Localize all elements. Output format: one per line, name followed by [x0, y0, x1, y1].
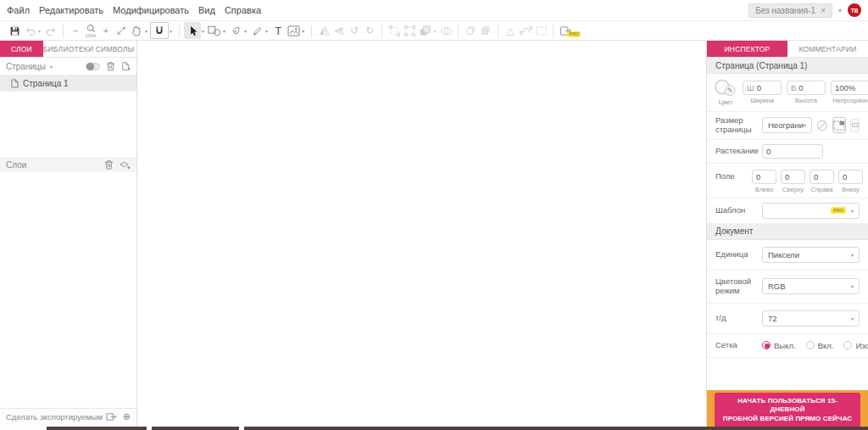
width-input[interactable]: Ш 0	[743, 81, 782, 95]
dpi-value: 72	[768, 314, 777, 323]
pages-caret-icon[interactable]: ▾	[50, 64, 53, 70]
no-page-button	[816, 117, 828, 133]
pen-tool-caret-icon[interactable]: ▾	[244, 28, 247, 34]
margin-bottom-input[interactable]: 0	[838, 170, 863, 184]
undo-history-caret-icon[interactable]: ▾	[38, 28, 41, 34]
delete-page-icon[interactable]	[106, 61, 115, 71]
hand-icon	[131, 25, 142, 36]
snapping-magnet-button[interactable]	[150, 22, 169, 39]
bottom-bar-segment	[244, 427, 868, 430]
margin-top-input[interactable]: 0	[781, 170, 805, 184]
chevron-down-icon[interactable]: ▾	[838, 7, 842, 14]
save-button[interactable]	[7, 22, 22, 39]
page-size-select[interactable]: Неограни ▾	[762, 117, 812, 133]
make-exportable-label: Сделать экспортируемым	[6, 412, 103, 422]
document-tab-label: Без названия-1	[755, 6, 815, 15]
margin-left-input[interactable]: 0	[752, 170, 776, 184]
tab-comments[interactable]: КОММЕНТАРИИ	[787, 41, 868, 57]
tab-symbols[interactable]: СИМВОЛЫ	[93, 41, 136, 57]
add-layer-icon[interactable]	[120, 159, 131, 170]
marquee-button	[533, 22, 548, 39]
clip-content-button[interactable]	[832, 117, 846, 133]
canvas[interactable]	[138, 41, 706, 430]
zoom-in-button[interactable]: +	[98, 22, 114, 39]
ungroup-icon	[404, 25, 415, 36]
brush-tool-caret-icon[interactable]: ▾	[265, 28, 268, 34]
hand-tool-caret-icon[interactable]: ▾	[145, 28, 147, 34]
dpi-select[interactable]: 72 ▾	[762, 310, 860, 327]
bottom-bar-segment	[47, 427, 147, 430]
brush-tool-button[interactable]	[249, 22, 264, 39]
margin-top-field: 0 Сверху	[781, 170, 805, 193]
grid-option-isometric-label: Изометр.	[855, 341, 868, 350]
pen-tool-button[interactable]	[228, 22, 243, 39]
color-mode-caret-icon: ▾	[851, 283, 854, 289]
margin-left-label: Влево	[755, 186, 774, 193]
page-size-caret-icon: ▾	[804, 122, 806, 128]
add-export-icon[interactable]: ⊕	[123, 412, 131, 422]
image-tool-button[interactable]	[286, 22, 301, 39]
menu-view[interactable]: Вид	[198, 5, 215, 15]
add-page-icon[interactable]	[121, 61, 131, 71]
width-field: Ш 0 Ширина	[743, 81, 782, 104]
arrange-button	[417, 22, 432, 39]
fit-screen-button[interactable]: ⤢	[114, 22, 129, 39]
color-mode-select[interactable]: RGB ▾	[762, 278, 860, 294]
height-input[interactable]: В 0	[787, 81, 826, 95]
layers-header: Слои	[0, 157, 136, 172]
pages-header-label[interactable]: Страницы	[6, 62, 46, 71]
close-tab-icon[interactable]: ×	[821, 6, 826, 15]
tab-inspector[interactable]: ИНСПЕКТОР	[707, 41, 787, 57]
grid-option-isometric[interactable]: Изометр.	[843, 341, 868, 350]
color-swatch[interactable]: ✎	[714, 79, 737, 97]
width-value: 0	[757, 83, 761, 92]
zoom-out-button[interactable]: −	[68, 22, 83, 39]
document-tab[interactable]: Без названия-1 ×	[748, 3, 832, 18]
rotate-ccw-button: ↺	[347, 22, 362, 39]
redo-button	[43, 22, 58, 39]
zoom-level-button[interactable]: 100%	[83, 22, 98, 39]
export-frame-icon[interactable]	[106, 412, 117, 422]
width-prefix: Ш	[747, 83, 754, 92]
tab-layers[interactable]: СЛОИ	[0, 41, 43, 57]
menu-edit[interactable]: Редактировать	[39, 5, 103, 15]
inspector-tabs: ИНСПЕКТОР КОММЕНТАРИИ	[707, 41, 868, 58]
pages-toggle[interactable]	[86, 63, 100, 70]
left-panel: СЛОИ БИБЛИОТЕКИ СИМВОЛЫ Страницы ▾ Стран…	[0, 41, 137, 430]
menu-help[interactable]: Справка	[225, 5, 261, 15]
toolbar-separator	[63, 25, 64, 37]
unit-select[interactable]: Пиксели ▾	[762, 247, 860, 263]
grid-option-off[interactable]: Выкл.	[762, 341, 796, 350]
color-mode-label: Цветовой режим	[715, 277, 758, 296]
delete-layer-icon[interactable]	[104, 159, 114, 170]
hand-tool-button[interactable]	[129, 22, 144, 39]
export-button[interactable]: PRO	[558, 22, 573, 39]
grid-option-on[interactable]: Вкл.	[806, 341, 834, 350]
snapping-caret-icon[interactable]: ▾	[170, 28, 172, 34]
shape-tool-button[interactable]	[207, 22, 222, 39]
margin-left-field: 0 Влево	[752, 170, 776, 193]
make-exportable-row[interactable]: Сделать экспортируемым ⊕	[0, 408, 136, 425]
text-tool-button[interactable]: T	[270, 22, 286, 39]
tab-libraries[interactable]: БИБЛИОТЕКИ	[43, 41, 94, 57]
page-item-label: Страница 1	[23, 79, 69, 88]
page-list-item[interactable]: Страница 1	[0, 75, 136, 92]
arrange-caret-icon: ▾	[433, 28, 436, 34]
image-tool-caret-icon[interactable]: ▾	[302, 28, 304, 34]
app-window: Файл Редактировать Модифицировать Вид Сп…	[0, 0, 868, 430]
opacity-input[interactable]: 100%	[831, 81, 868, 95]
menu-modify[interactable]: Модифицировать	[113, 5, 189, 15]
pointer-tool-button[interactable]	[184, 22, 201, 39]
menu-file[interactable]: Файл	[7, 5, 30, 15]
template-select[interactable]: PRO ▾	[762, 203, 860, 219]
flip-vertical-button	[316, 22, 331, 39]
pointer-tool-caret-icon[interactable]: ▾	[202, 28, 204, 34]
bleed-input[interactable]: 0	[762, 144, 823, 159]
margin-bottom-value: 0	[843, 172, 847, 181]
inspector-empty-space	[707, 358, 868, 390]
shape-tool-caret-icon[interactable]: ▾	[223, 28, 225, 34]
user-avatar[interactable]: ТВ	[848, 3, 861, 17]
rotate-cw-button: ↻	[362, 22, 377, 39]
start-trial-button[interactable]: НАЧАТЬ ПОЛЬЗОВАТЬСЯ 15-ДНЕВНОЙ ПРОБНОЙ В…	[715, 393, 860, 427]
margin-right-input[interactable]: 0	[810, 170, 834, 184]
